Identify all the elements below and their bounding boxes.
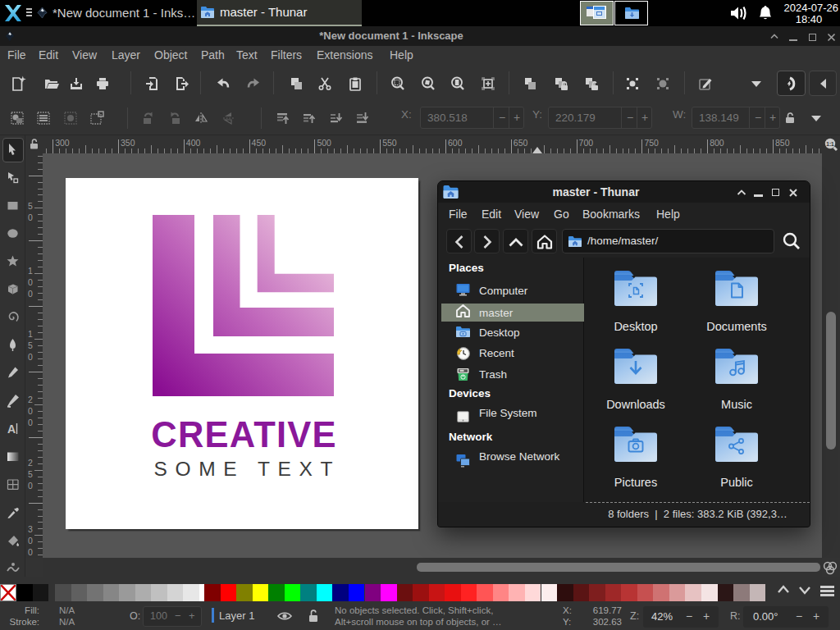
svg-text:1:1: 1:1 bbox=[826, 141, 834, 147]
svg-text:A: A bbox=[7, 422, 16, 436]
